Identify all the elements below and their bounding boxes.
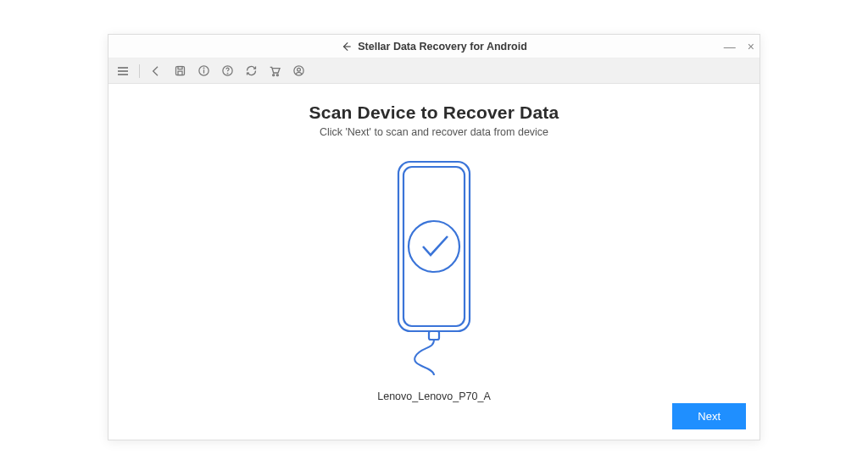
main-content: Scan Device to Recover Data Click 'Next'… xyxy=(108,84,760,440)
title-wrap: Stellar Data Recovery for Android xyxy=(341,41,527,53)
svg-point-11 xyxy=(273,74,275,75)
back-icon[interactable] xyxy=(148,64,164,79)
svg-point-12 xyxy=(276,74,278,75)
svg-point-8 xyxy=(203,68,204,69)
svg-rect-5 xyxy=(178,71,182,75)
device-name-label: Lenovo_Lenovo_P70_A xyxy=(377,390,490,402)
svg-point-17 xyxy=(409,221,459,272)
refresh-icon[interactable] xyxy=(243,64,259,79)
svg-rect-4 xyxy=(178,67,182,69)
next-button[interactable]: Next xyxy=(672,403,746,429)
svg-rect-16 xyxy=(403,167,465,326)
menu-icon[interactable] xyxy=(115,64,131,79)
toolbar xyxy=(108,58,760,84)
close-button[interactable]: × xyxy=(748,41,754,53)
svg-point-10 xyxy=(227,73,228,74)
minimize-button[interactable]: — xyxy=(724,41,736,53)
app-logo-icon xyxy=(341,41,353,53)
svg-point-14 xyxy=(297,68,300,71)
titlebar: Stellar Data Recovery for Android — × xyxy=(108,35,760,58)
phone-illustration xyxy=(375,157,493,377)
footer: Next xyxy=(672,403,746,429)
page-heading: Scan Device to Recover Data xyxy=(309,102,559,123)
help-icon[interactable] xyxy=(220,64,235,79)
info-icon[interactable] xyxy=(196,64,211,79)
save-icon[interactable] xyxy=(172,64,187,79)
user-icon[interactable] xyxy=(291,64,306,79)
toolbar-separator xyxy=(139,64,140,78)
window-title: Stellar Data Recovery for Android xyxy=(358,41,527,53)
page-subheading: Click 'Next' to scan and recover data fr… xyxy=(320,126,548,138)
svg-rect-18 xyxy=(429,331,439,340)
cart-icon[interactable] xyxy=(267,64,282,79)
window-controls: — × xyxy=(724,35,754,58)
app-window: Stellar Data Recovery for Android — × xyxy=(108,34,760,440)
